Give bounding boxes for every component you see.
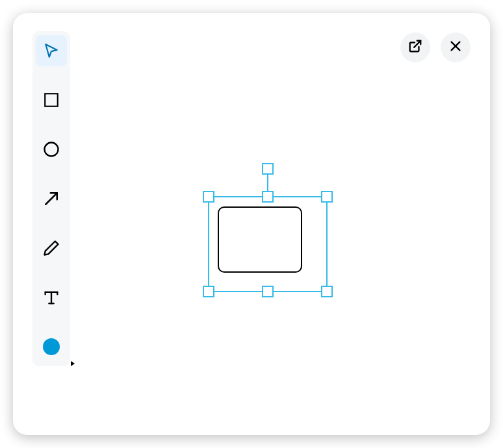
- rotation-handle[interactable]: [262, 163, 274, 175]
- resize-handle-tl[interactable]: [203, 191, 214, 203]
- resize-handle-bl[interactable]: [203, 286, 214, 297]
- resize-handle-bm[interactable]: [262, 286, 274, 297]
- resize-handle-tm[interactable]: [262, 191, 274, 203]
- selection-bounding-box: [208, 196, 328, 292]
- app-window: [13, 13, 490, 435]
- resize-handle-br[interactable]: [321, 286, 333, 297]
- resize-handle-tr[interactable]: [321, 191, 333, 203]
- canvas[interactable]: [13, 13, 490, 435]
